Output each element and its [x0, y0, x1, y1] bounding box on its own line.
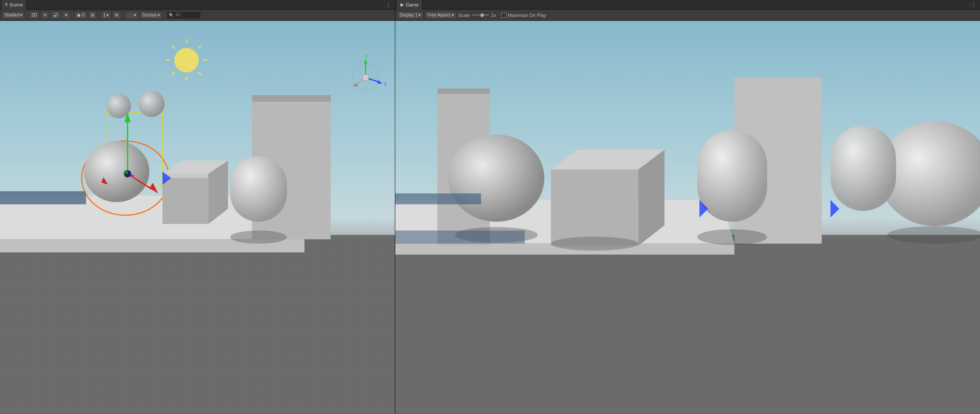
gizmos-dropdown[interactable]: Gizmos ▾: [139, 11, 162, 19]
svg-rect-56: [437, 89, 490, 94]
svg-point-65: [697, 229, 767, 245]
sep3: [99, 12, 99, 19]
svg-rect-2: [0, 235, 395, 414]
maximize-label: Maximize On Play: [508, 13, 546, 18]
scene-tab-label: Scene: [10, 2, 23, 7]
shading-label: Shaded: [4, 13, 19, 17]
game-tab-label: Game: [406, 2, 419, 7]
svg-point-33: [139, 91, 165, 117]
settings-button[interactable]: ⚙: [112, 11, 121, 19]
svg-point-8: [174, 48, 199, 72]
sep1: [26, 12, 27, 19]
grid-icon: ⊞: [91, 13, 94, 17]
scene-panel: # Scene ⋮ Shaded ▾ 2D ☀ 🔊: [0, 0, 395, 414]
aspect-chevron: ▾: [452, 13, 454, 17]
audio-icon: 🔊: [53, 13, 58, 17]
scene-svg: y z: [0, 21, 395, 414]
svg-rect-24: [363, 75, 369, 81]
game-toolbar: Display 1 ▾ Free Aspect ▾ Scale 2x Maxim: [395, 10, 980, 21]
maximize-toggle[interactable]: Maximize On Play: [501, 13, 546, 18]
search-placeholder: All: [175, 13, 180, 17]
svg-point-58: [448, 134, 544, 222]
grid-button[interactable]: ⊞: [88, 11, 97, 19]
audio-button[interactable]: 🔊: [50, 11, 61, 19]
fx-button[interactable]: ✦: [62, 11, 70, 19]
scene-search[interactable]: 🔍 All: [166, 11, 201, 19]
svg-point-67: [887, 226, 980, 244]
svg-point-34: [84, 141, 149, 202]
svg-rect-69: [395, 193, 481, 204]
display-chevron: ▾: [418, 13, 420, 17]
panels-row: # Scene ⋮ Shaded ▾ 2D ☀ 🔊: [0, 0, 980, 414]
svg-rect-39: [230, 156, 287, 222]
camera-chevron: ▾: [134, 13, 136, 17]
display-label: Display 1: [400, 13, 417, 17]
scale-value: 2x: [491, 13, 496, 18]
2d-button[interactable]: 2D: [29, 11, 40, 19]
scene-panel-dots[interactable]: ⋮: [384, 1, 393, 8]
scene-tab-icon: #: [5, 2, 8, 7]
scale-control: Scale 2x: [458, 13, 496, 18]
scene-tab[interactable]: # Scene: [2, 0, 27, 10]
game-svg: [395, 21, 980, 414]
scale-label: Scale: [458, 13, 470, 18]
aspect-dropdown[interactable]: Free Aspect ▾: [425, 11, 456, 19]
render-icon: ◉ 0: [77, 13, 84, 17]
fx-icon: ✦: [64, 13, 68, 17]
aspect-label: Free Aspect: [427, 13, 450, 17]
svg-rect-60: [551, 169, 638, 246]
gizmos-label: Gizmos: [142, 13, 157, 17]
layers-dropdown[interactable]: 1 ▾: [101, 11, 112, 19]
scene-tab-bar: # Scene ⋮: [0, 0, 395, 10]
game-tab-icon: ▶: [401, 2, 404, 7]
settings-icon: ⚙: [115, 13, 119, 17]
sep5: [164, 12, 165, 19]
layers-label: 1: [103, 13, 106, 17]
svg-marker-5: [0, 191, 86, 204]
game-viewport[interactable]: [395, 21, 980, 414]
svg-rect-52: [395, 235, 980, 414]
camera-dropdown[interactable]: 🎥 ▾: [125, 11, 139, 19]
game-panel-dots[interactable]: ⋮: [969, 1, 978, 8]
game-tab[interactable]: ▶ Game: [397, 0, 423, 10]
game-panel: ▶ Game ⋮ Display 1 ▾ Free Aspect ▾ Scale: [395, 0, 980, 414]
scale-thumb: [480, 13, 484, 17]
scene-viewport[interactable]: y z: [0, 21, 395, 414]
svg-rect-49: [125, 171, 128, 174]
svg-rect-35: [162, 174, 209, 224]
shading-chevron: ▾: [20, 13, 22, 17]
shading-dropdown[interactable]: Shaded ▾: [2, 11, 25, 19]
svg-rect-64: [697, 130, 767, 222]
svg-rect-68: [395, 231, 525, 244]
search-icon: 🔍: [169, 13, 174, 17]
maximize-checkbox: [501, 13, 507, 18]
game-tab-bar: ▶ Game ⋮: [395, 0, 980, 10]
sep4: [123, 12, 123, 19]
lighting-icon: ☀: [43, 13, 47, 17]
layers-chevron: ▾: [106, 13, 109, 17]
render-button[interactable]: ◉ 0: [74, 11, 87, 19]
svg-text:z: z: [384, 81, 387, 86]
lighting-button[interactable]: ☀: [40, 11, 50, 19]
scale-slider[interactable]: [472, 14, 489, 16]
svg-rect-70: [831, 126, 896, 211]
scene-toolbar: Shaded ▾ 2D ☀ 🔊 ✦ ◉ 0 ⊞: [0, 10, 395, 21]
svg-text:y: y: [365, 53, 368, 58]
sep2: [72, 12, 73, 19]
gizmos-chevron: ▾: [158, 13, 160, 17]
svg-point-63: [551, 237, 638, 251]
display-dropdown[interactable]: Display 1 ▾: [397, 11, 423, 19]
svg-point-40: [230, 231, 287, 244]
camera-icon: 🎥: [128, 13, 133, 17]
svg-rect-7: [252, 95, 331, 102]
main-container: # Scene ⋮ Shaded ▾ 2D ☀ 🔊: [0, 0, 980, 414]
